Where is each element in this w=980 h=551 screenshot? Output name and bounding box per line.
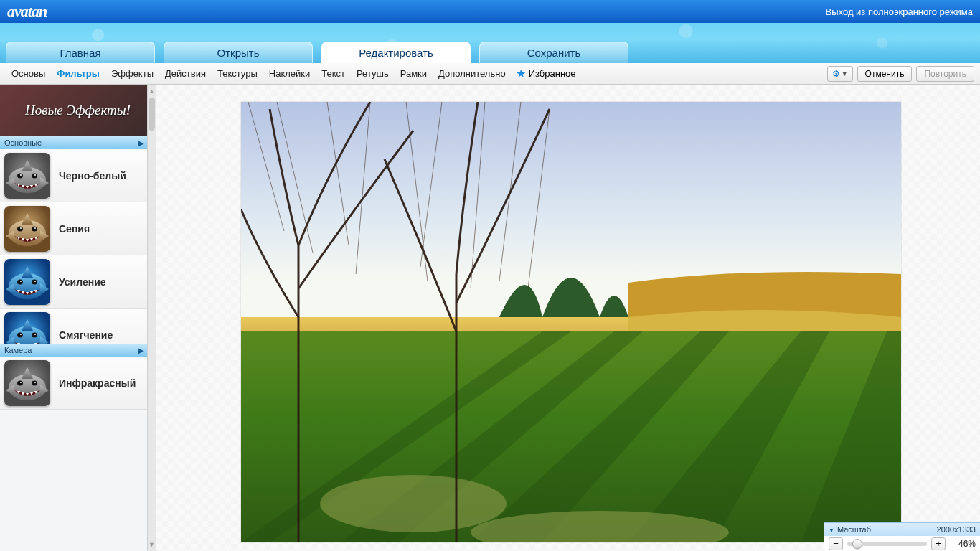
collapse-icon[interactable]: ▼ xyxy=(829,527,834,534)
svg-point-5 xyxy=(34,174,36,176)
svg-point-17 xyxy=(34,281,36,282)
svg-point-8 xyxy=(17,226,23,231)
filter-thumb-icon xyxy=(4,206,50,252)
zoom-slider[interactable] xyxy=(847,542,927,546)
filter-label: Усиление xyxy=(59,276,106,288)
svg-point-39 xyxy=(20,382,22,383)
chevron-right-icon: ▶ xyxy=(138,139,144,147)
zoom-percent: 46% xyxy=(950,539,976,549)
tab-home[interactable]: Главная xyxy=(6,42,155,63)
filter-label: Черно-белый xyxy=(59,170,126,182)
tab-save[interactable]: Сохранить xyxy=(479,42,628,63)
zoom-title: Масштаб xyxy=(837,525,871,534)
promo-text: Новые Эффекты! xyxy=(25,103,131,118)
svg-point-16 xyxy=(32,279,37,284)
tab-edit[interactable]: Редактировать xyxy=(321,42,471,63)
undo-button[interactable]: Отменить xyxy=(857,66,913,82)
svg-point-23 xyxy=(34,334,36,335)
zoom-in-button[interactable]: + xyxy=(931,537,946,550)
svg-point-4 xyxy=(32,173,37,178)
favorites-label: Избранное xyxy=(529,68,576,79)
svg-point-20 xyxy=(17,332,23,337)
edited-image[interactable] xyxy=(241,102,901,542)
svg-point-40 xyxy=(32,380,37,385)
gear-icon: ⚙ xyxy=(832,69,840,79)
star-icon: ★ xyxy=(516,67,526,80)
svg-point-41 xyxy=(34,382,36,383)
svg-point-38 xyxy=(17,380,23,385)
scroll-down-icon[interactable]: ▼ xyxy=(148,540,156,550)
main-tab-bar: Главная Открыть Редактировать Сохранить xyxy=(0,23,980,63)
redo-button[interactable]: Повторить xyxy=(916,66,974,82)
svg-point-22 xyxy=(32,332,37,337)
filter-label: Инфракрасный xyxy=(59,377,136,389)
subtab-effects[interactable]: Эффекты xyxy=(105,63,159,84)
group-title: Камера xyxy=(4,346,32,354)
svg-point-14 xyxy=(17,279,23,284)
filter-thumb-icon xyxy=(4,312,50,344)
image-dimensions: 2000x1333 xyxy=(937,525,976,534)
scroll-up-icon[interactable]: ▲ xyxy=(148,86,156,96)
filter-item[interactable]: Усиление xyxy=(0,255,156,309)
zoom-out-button[interactable]: − xyxy=(829,537,843,550)
subtab-text[interactable]: Текст xyxy=(316,63,351,84)
subtab-retouch[interactable]: Ретушь xyxy=(351,63,395,84)
group-header-camera[interactable]: Камера ▶ xyxy=(0,344,156,357)
scroll-thumb[interactable] xyxy=(149,98,155,131)
subtab-filters[interactable]: Фильтры xyxy=(51,63,105,84)
svg-point-9 xyxy=(20,227,22,229)
svg-point-10 xyxy=(32,226,37,231)
filter-thumb-icon xyxy=(4,153,50,199)
chevron-down-icon: ▼ xyxy=(842,70,848,77)
filter-item[interactable]: Сепия xyxy=(0,202,156,255)
subtab-basics[interactable]: Основы xyxy=(6,63,51,84)
filter-thumb-icon xyxy=(4,259,50,305)
svg-point-3 xyxy=(20,174,22,176)
subtab-extra[interactable]: Дополнительно xyxy=(433,63,512,84)
filter-item[interactable]: Черно-белый xyxy=(0,149,156,202)
svg-point-11 xyxy=(34,227,36,229)
svg-point-45 xyxy=(320,475,507,532)
filter-label: Смягчение xyxy=(59,329,113,341)
subtab-stickers[interactable]: Наклейки xyxy=(263,63,316,84)
svg-point-21 xyxy=(20,334,22,335)
tab-open[interactable]: Открыть xyxy=(164,42,313,63)
subtab-textures[interactable]: Текстуры xyxy=(212,63,263,84)
favorites-button[interactable]: ★ Избранное xyxy=(516,67,576,80)
settings-button[interactable]: ⚙ ▼ xyxy=(827,66,853,82)
zoom-panel: ▼Масштаб 2000x1333 − + 46% xyxy=(824,522,980,551)
zoom-slider-knob[interactable] xyxy=(852,539,862,549)
filter-thumb-icon xyxy=(4,360,50,406)
sub-toolbar: Основы Фильтры Эффекты Действия Текстуры… xyxy=(0,63,980,85)
canvas-area[interactable]: ▼Масштаб 2000x1333 − + 46% xyxy=(156,85,980,551)
filter-item[interactable]: Инфракрасный xyxy=(0,357,156,410)
promo-banner[interactable]: Новые Эффекты! xyxy=(0,85,156,136)
chevron-right-icon: ▶ xyxy=(138,347,144,354)
group-title: Основные xyxy=(4,138,42,147)
subtab-actions[interactable]: Действия xyxy=(159,63,212,84)
filter-item[interactable]: Смягчение xyxy=(0,309,156,344)
filter-label: Сепия xyxy=(59,223,90,235)
exit-fullscreen-link[interactable]: Выход из полноэкранного режима xyxy=(826,6,973,17)
group-header-basic[interactable]: Основные ▶ xyxy=(0,136,156,149)
brand-logo[interactable]: avatan xyxy=(7,2,47,21)
subtab-frames[interactable]: Рамки xyxy=(395,63,433,84)
svg-point-2 xyxy=(17,173,23,178)
sidebar-scrollbar[interactable]: ▲ ▼ xyxy=(147,85,156,551)
svg-point-15 xyxy=(20,281,22,282)
filters-sidebar: Новые Эффекты! Основные ▶ Черно-белый С xyxy=(0,85,156,551)
